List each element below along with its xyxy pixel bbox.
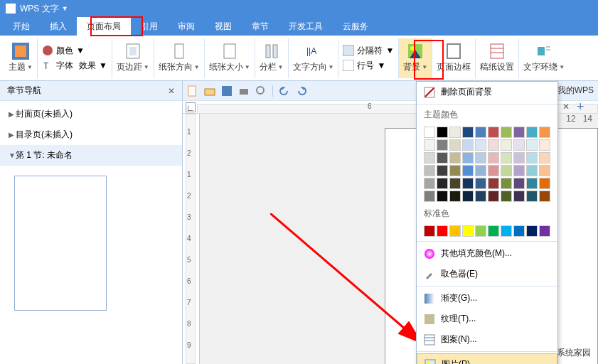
color-swatch[interactable] <box>501 127 512 138</box>
color-swatch[interactable] <box>462 165 474 176</box>
color-swatch[interactable] <box>437 225 448 237</box>
redo-icon[interactable] <box>296 85 307 97</box>
color-swatch[interactable] <box>526 191 538 202</box>
color-swatch[interactable] <box>475 165 486 176</box>
color-swatch[interactable] <box>539 127 550 138</box>
color-swatch[interactable] <box>475 139 486 151</box>
color-swatch[interactable] <box>488 139 499 151</box>
color-swatch[interactable] <box>449 191 461 202</box>
color-swatch[interactable] <box>449 165 461 176</box>
ribbon-font-effect[interactable]: T字体效果▼ <box>42 60 107 72</box>
color-swatch[interactable] <box>475 152 486 164</box>
color-swatch[interactable] <box>437 165 448 176</box>
color-swatch[interactable] <box>462 225 474 237</box>
menu-tab-7[interactable]: 开发工具 <box>279 17 333 36</box>
color-swatch[interactable] <box>488 178 499 189</box>
sidebar-close-icon[interactable]: ✕ <box>168 86 175 96</box>
menu-tab-8[interactable]: 云服务 <box>333 17 378 36</box>
color-swatch[interactable] <box>526 139 538 151</box>
menu-tab-5[interactable]: 视图 <box>205 17 242 36</box>
color-swatch[interactable] <box>424 165 435 176</box>
color-swatch[interactable] <box>501 165 512 176</box>
preview-icon[interactable] <box>255 85 267 97</box>
color-swatch[interactable] <box>437 178 448 189</box>
color-swatch[interactable] <box>513 165 525 176</box>
color-swatch[interactable] <box>437 139 448 151</box>
color-swatch[interactable] <box>424 191 435 202</box>
color-swatch[interactable] <box>526 225 538 237</box>
color-swatch[interactable] <box>513 127 525 138</box>
color-swatch[interactable] <box>526 152 538 164</box>
menu-tab-4[interactable]: 审阅 <box>168 17 205 36</box>
color-swatch[interactable] <box>513 225 525 237</box>
color-swatch[interactable] <box>449 178 461 189</box>
gradient[interactable]: 渐变(G)... <box>417 288 557 309</box>
ribbon-orientation[interactable]: 纸张方向▼ <box>154 38 205 78</box>
ribbon-breaks[interactable]: 分隔符▼ <box>343 45 394 57</box>
ribbon-manuscript[interactable]: 稿纸设置 <box>476 38 519 78</box>
page-thumbnail[interactable] <box>14 176 107 311</box>
ribbon-linenum[interactable]: 行号▼ <box>343 60 394 72</box>
color-swatch[interactable] <box>462 127 474 138</box>
color-swatch[interactable] <box>424 178 435 189</box>
pattern[interactable]: 图案(N)... <box>417 329 557 350</box>
picture[interactable]: 图片(P)... <box>417 353 557 364</box>
color-swatch[interactable] <box>488 191 499 202</box>
color-swatch[interactable] <box>462 178 474 189</box>
color-swatch[interactable] <box>488 152 499 164</box>
menu-tab-6[interactable]: 章节 <box>242 17 279 36</box>
color-swatch[interactable] <box>449 127 461 138</box>
color-swatch[interactable] <box>424 225 435 237</box>
sidebar-item[interactable]: ▼第 1 节: 未命名 <box>0 145 182 166</box>
open-icon[interactable] <box>204 85 215 97</box>
color-swatch[interactable] <box>462 139 474 151</box>
ribbon-margin[interactable]: 页边距▼ <box>112 38 154 78</box>
print-icon[interactable] <box>238 85 250 97</box>
color-swatch[interactable] <box>449 225 461 237</box>
color-swatch[interactable] <box>539 178 550 189</box>
color-swatch[interactable] <box>513 139 525 151</box>
color-swatch[interactable] <box>501 191 512 202</box>
color-swatch[interactable] <box>539 152 550 164</box>
color-swatch[interactable] <box>437 152 448 164</box>
color-swatch[interactable] <box>424 152 435 164</box>
color-swatch[interactable] <box>462 152 474 164</box>
color-swatch[interactable] <box>475 127 486 138</box>
eyedropper[interactable]: 取色器(E) <box>417 264 557 284</box>
color-swatch[interactable] <box>526 127 538 138</box>
color-swatch[interactable] <box>449 152 461 164</box>
color-swatch[interactable] <box>539 165 550 176</box>
color-swatch[interactable] <box>539 191 550 202</box>
color-swatch[interactable] <box>526 165 538 176</box>
tab-add-icon[interactable]: + <box>577 100 584 114</box>
color-swatch[interactable] <box>488 165 499 176</box>
title-dropdown-icon[interactable]: ▼ <box>62 5 68 12</box>
ribbon-color[interactable]: 颜色▼ <box>42 45 107 57</box>
color-swatch[interactable] <box>501 225 512 237</box>
tab-close-icon[interactable]: ✕ <box>562 102 570 112</box>
ribbon-textdir[interactable]: ||A 文字方向▼ <box>289 38 339 78</box>
color-swatch[interactable] <box>437 191 448 202</box>
color-swatch[interactable] <box>526 178 538 189</box>
more-colors[interactable]: 其他填充颜色(M)... <box>417 243 557 264</box>
ribbon-size[interactable]: 纸张大小▼ <box>205 38 255 78</box>
new-doc-icon[interactable] <box>187 85 198 97</box>
color-swatch[interactable] <box>437 127 448 138</box>
color-swatch[interactable] <box>475 178 486 189</box>
color-swatch[interactable] <box>501 178 512 189</box>
color-swatch[interactable] <box>424 127 435 138</box>
ribbon-theme[interactable]: 主题▼ <box>4 38 38 78</box>
color-swatch[interactable] <box>501 152 512 164</box>
ribbon-wrap[interactable]: 文字环绕▼ <box>519 38 569 78</box>
texture[interactable]: 纹理(T)... <box>417 309 557 329</box>
color-swatch[interactable] <box>539 139 550 151</box>
color-swatch[interactable] <box>424 139 435 151</box>
color-swatch[interactable] <box>462 191 474 202</box>
sidebar-item[interactable]: ▶目录页(未插入) <box>0 124 182 145</box>
color-swatch[interactable] <box>513 152 525 164</box>
menu-tab-1[interactable]: 插入 <box>40 17 77 36</box>
ribbon-background[interactable]: 背景▼ <box>399 38 432 78</box>
color-swatch[interactable] <box>488 127 499 138</box>
color-swatch[interactable] <box>488 225 499 237</box>
undo-icon[interactable] <box>279 85 290 97</box>
